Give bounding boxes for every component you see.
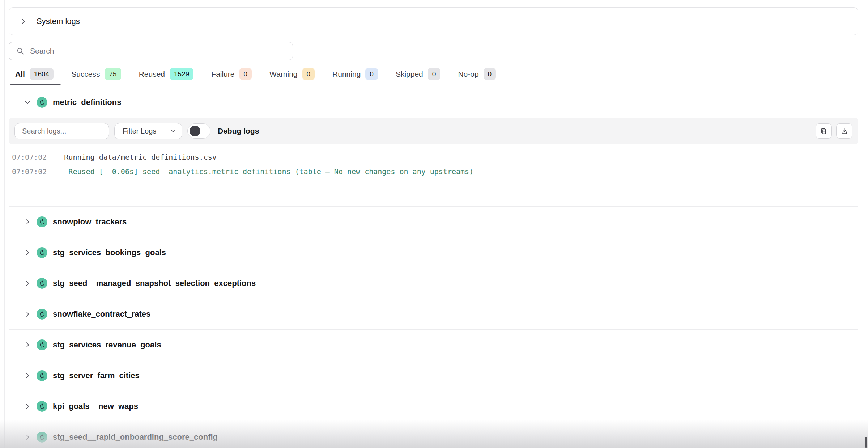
chevron-down-icon [170,128,176,134]
tab-label: Skipped [396,70,423,79]
log-actions [816,123,852,139]
log-message: Reused [ 0.06s] seed analytics.metric_de… [64,164,473,179]
copy-logs-button[interactable] [816,123,832,139]
debug-logs-label: Debug logs [218,127,259,135]
tab-running[interactable]: Running 0 [332,68,378,85]
section-row-stg-seed-managed-snapshot-selection-exceptions[interactable]: stg_seed__managed_snapshot_selection_exc… [9,268,858,299]
reused-status-icon [37,401,47,412]
tab-no-op[interactable]: No-op 0 [458,68,496,85]
reused-status-icon [37,247,47,258]
search-icon [16,47,24,55]
chevron-down-icon [24,99,31,106]
section-row-metric-definitions[interactable]: metric_definitions [9,91,858,114]
chevron-right-icon [24,434,31,441]
tab-count-badge: 0 [365,68,378,80]
reused-status-icon [37,370,47,381]
tab-warning[interactable]: Warning 0 [269,68,315,85]
log-timestamp: 07:07:02 [12,164,47,179]
tab-failure[interactable]: Failure 0 [211,68,252,85]
section-row-snowplow-trackers[interactable]: snowplow_trackers [9,206,858,237]
logs-search-placeholder: Search logs... [22,127,66,135]
search-input[interactable]: Search [9,42,293,60]
section-row-snowflake-contract-rates[interactable]: snowflake_contract_rates [9,299,858,329]
tab-label: No-op [458,70,478,79]
section-row-label: stg_services_bookings_goals [53,248,166,257]
debug-logs-toggle[interactable] [187,123,210,139]
section-row-stg-services-revenue-goals[interactable]: stg_services_revenue_goals [9,329,858,360]
tab-count-badge: 75 [105,68,121,80]
chevron-right-icon [19,17,27,25]
tab-label: Running [332,70,361,79]
tab-count-badge: 1604 [30,68,54,80]
chevron-right-icon [24,403,31,410]
reused-status-icon [37,216,47,227]
download-icon [841,127,848,135]
status-tabs: All 1604 Success 75 Reused 1529 Failure … [9,68,858,85]
tab-count-badge: 0 [484,68,496,80]
section-row-kpi-goals-new-waps[interactable]: kpi_goals__new_waps [9,391,858,422]
log-line: 07:07:02 Running data/metric_definitions… [12,150,858,164]
section-row-label: kpi_goals__new_waps [53,402,138,411]
section-row-label: stg_seed__rapid_onboarding_score_config [53,432,218,442]
log-message: Running data/metric_definitions.csv [64,150,216,164]
tab-reused[interactable]: Reused 1529 [139,68,194,85]
reused-status-icon [37,309,47,320]
chevron-right-icon [24,249,31,256]
section-row-label: snowflake_contract_rates [53,309,150,319]
reused-status-icon [37,432,47,443]
tab-all[interactable]: All 1604 [15,68,54,85]
filter-logs-label: Filter Logs [123,127,156,135]
chevron-right-icon [24,341,31,348]
section-label: metric_definitions [53,98,121,107]
section-row-label: snowplow_trackers [53,217,127,227]
tab-label: Success [71,70,100,79]
chevron-right-icon [24,372,31,379]
logs-search-input[interactable]: Search logs... [14,123,109,139]
section-row-stg-services-bookings-goals[interactable]: stg_services_bookings_goals [9,237,858,268]
log-toolbar: Search logs... Filter Logs Debug logs [9,118,858,144]
tab-label: Failure [211,70,234,79]
run-logs-page: System logs Search All 1604 Success 75 R… [0,0,868,448]
tab-label: Warning [269,70,297,79]
tab-success[interactable]: Success 75 [71,68,121,85]
tab-skipped[interactable]: Skipped 0 [396,68,440,85]
section-row-stg-server-farm-cities[interactable]: stg_server_farm_cities [9,360,858,391]
scrollbar-thumb[interactable] [865,437,867,448]
tab-count-badge: 0 [239,68,252,80]
tab-count-badge: 0 [428,68,441,80]
search-placeholder: Search [30,47,54,55]
tab-count-badge: 0 [302,68,315,80]
chevron-right-icon [24,310,31,318]
chevron-right-icon [24,218,31,225]
section-row-label: stg_services_revenue_goals [53,340,161,350]
tab-count-badge: 1529 [170,68,193,80]
log-timestamp: 07:07:02 [12,150,47,164]
reused-status-icon [37,278,47,289]
tab-label: All [15,70,25,79]
tab-label: Reused [139,70,165,79]
filter-logs-dropdown[interactable]: Filter Logs [114,123,182,139]
section-row-label: stg_seed__managed_snapshot_selection_exc… [53,279,256,288]
download-logs-button[interactable] [836,123,852,139]
system-logs-row[interactable]: System logs [9,7,858,35]
chevron-right-icon [24,280,31,287]
section-list: snowplow_trackers stg_services_bookings_… [9,206,858,448]
log-output: 07:07:02 Running data/metric_definitions… [9,144,858,203]
reused-status-icon [37,97,47,108]
toggle-knob [190,126,200,136]
log-line: 07:07:02 Reused [ 0.06s] seed analytics.… [12,164,858,179]
reused-status-icon [37,339,47,350]
copy-icon [820,127,827,135]
section-row-stg-seed-rapid-onboarding-score-config[interactable]: stg_seed__rapid_onboarding_score_config [9,422,858,448]
system-logs-label: System logs [37,17,80,26]
section-row-label: stg_server_farm_cities [53,371,140,380]
